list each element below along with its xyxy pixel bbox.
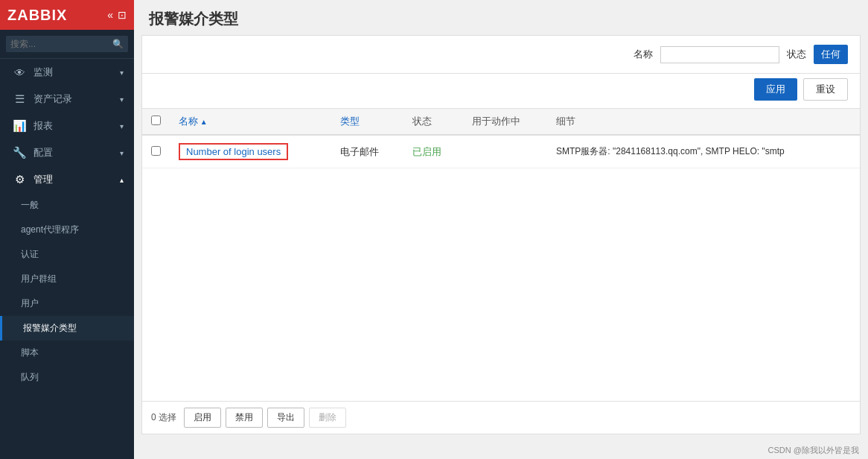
assets-icon: ☰: [13, 92, 26, 106]
col-status: 状态: [403, 109, 463, 135]
row-checkbox-cell: [142, 135, 170, 168]
reports-icon: 📊: [13, 119, 26, 133]
collapse-icon[interactable]: «: [107, 9, 113, 21]
page-title: 报警媒介类型: [134, 0, 868, 35]
row-type-cell: 电子邮件: [331, 135, 403, 168]
chevron-down-icon: ▾: [120, 69, 124, 77]
footer: CSDN @除我以外皆是我: [134, 442, 868, 459]
filter-bar: 名称 状态 任何: [142, 36, 860, 74]
chevron-down-icon-3: ▾: [120, 122, 124, 130]
table-wrap: 名称 类型 状态 用于动作中 细节: [142, 109, 860, 401]
window-icon[interactable]: ⊡: [118, 9, 127, 21]
sidebar-item-reports-label: 报表: [33, 119, 53, 133]
apply-button[interactable]: 应用: [754, 78, 797, 101]
main-content: 报警媒介类型 名称 状态 任何 应用 重设 名称: [134, 0, 868, 459]
row-detail-cell: SMTP服务器: "2841168113.qq.com", SMTP HELO:…: [547, 135, 860, 168]
sidebar-sub-general[interactable]: 一般: [0, 193, 134, 218]
row-action-cell: [463, 135, 547, 168]
sidebar-item-monitor-label: 监测: [33, 66, 53, 79]
search-input[interactable]: [6, 36, 128, 52]
filter-name-input[interactable]: [660, 46, 779, 63]
row-status-cell: 已启用: [403, 135, 463, 168]
filter-status-label: 状态: [787, 48, 806, 61]
col-name[interactable]: 名称: [170, 109, 331, 135]
chevron-down-icon-2: ▾: [120, 95, 124, 104]
sidebar-sub-auth[interactable]: 认证: [0, 242, 134, 267]
filter-actions: 应用 重设: [142, 74, 860, 109]
config-icon: 🔧: [13, 146, 26, 159]
enable-button[interactable]: 启用: [184, 408, 221, 428]
sidebar-search-wrap: 🔍: [0, 30, 134, 59]
sidebar-item-assets-label: 资产记录: [33, 92, 72, 106]
sidebar-sub-queue[interactable]: 队列: [0, 365, 134, 390]
zabbix-logo: ZABBIX: [7, 7, 67, 24]
filter-status-button[interactable]: 任何: [814, 45, 848, 64]
sidebar-item-config-label: 配置: [33, 146, 53, 159]
sidebar-item-config[interactable]: 🔧 配置 ▾: [0, 139, 134, 166]
sidebar-sub-mediatypes[interactable]: 报警媒介类型: [0, 316, 134, 341]
table-row: Number of login users 电子邮件 已启用 SMTP服务器: …: [142, 135, 860, 168]
admin-icon: ⚙: [13, 173, 26, 186]
sidebar-header-icons: « ⊡: [107, 9, 127, 21]
sidebar-item-monitor[interactable]: 👁 监测 ▾: [0, 59, 134, 86]
sidebar-sub-users[interactable]: 用户: [0, 291, 134, 316]
row-checkbox[interactable]: [151, 146, 161, 156]
table-header-row: 名称 类型 状态 用于动作中 细节: [142, 109, 860, 135]
select-all-checkbox[interactable]: [151, 115, 161, 125]
sidebar-item-admin[interactable]: ⚙ 管理 ▴: [0, 166, 134, 193]
sidebar-item-assets[interactable]: ☰ 资产记录 ▾: [0, 86, 134, 113]
disable-button[interactable]: 禁用: [226, 408, 263, 428]
media-type-table: 名称 类型 状态 用于动作中 细节: [142, 109, 860, 168]
delete-button[interactable]: 删除: [309, 408, 346, 428]
select-count: 0 选择: [151, 411, 176, 424]
row-name-cell: Number of login users: [170, 135, 331, 168]
col-type[interactable]: 类型: [331, 109, 403, 135]
search-icon: 🔍: [112, 39, 124, 49]
chevron-up-icon: ▴: [120, 176, 124, 184]
sidebar-item-reports[interactable]: 📊 报表 ▾: [0, 113, 134, 139]
sidebar-header: ZABBIX « ⊡: [0, 0, 134, 30]
select-all-header: [142, 109, 170, 135]
sidebar-sub-scripts[interactable]: 脚本: [0, 341, 134, 365]
filter-name-label: 名称: [634, 48, 653, 61]
action-bar: 0 选择 启用 禁用 导出 删除: [142, 401, 860, 434]
media-type-name-link[interactable]: Number of login users: [179, 143, 288, 160]
content-area: 名称 状态 任何 应用 重设 名称 类型: [141, 35, 861, 434]
sidebar-item-admin-label: 管理: [33, 173, 53, 186]
sort-asc-icon: [198, 115, 208, 127]
export-button[interactable]: 导出: [267, 408, 304, 428]
sidebar-sub-agent[interactable]: agent代理程序: [0, 218, 134, 242]
chevron-down-icon-4: ▾: [120, 149, 124, 157]
status-enabled-badge: 已启用: [412, 146, 441, 157]
media-type-name-anchor[interactable]: Number of login users: [186, 146, 281, 157]
monitor-icon: 👁: [13, 66, 26, 79]
footer-credit: CSDN @除我以外皆是我: [768, 446, 859, 455]
col-detail: 细节: [547, 109, 860, 135]
reset-button[interactable]: 重设: [803, 78, 848, 101]
col-action: 用于动作中: [463, 109, 547, 135]
sidebar-sub-usergroups[interactable]: 用户群组: [0, 267, 134, 291]
sidebar: ZABBIX « ⊡ 🔍 👁 监测 ▾ ☰ 资产记录 ▾ 📊 报表 ▾ 🔧 配置…: [0, 0, 134, 459]
